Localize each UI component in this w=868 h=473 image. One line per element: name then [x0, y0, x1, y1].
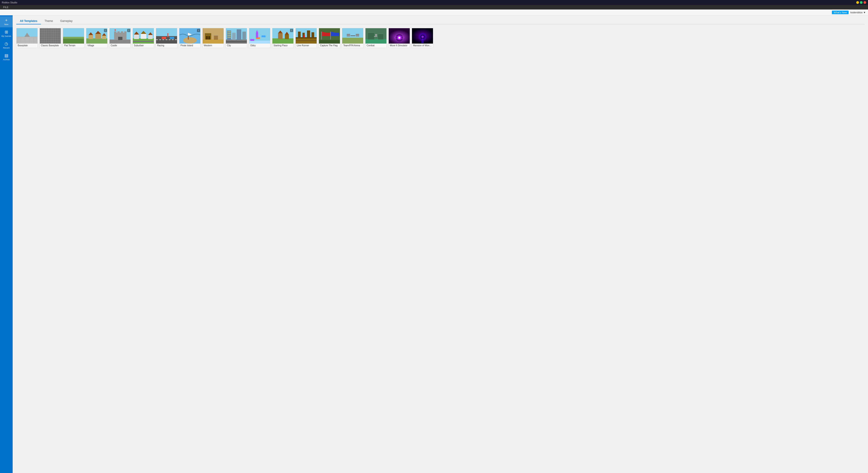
- svg-rect-100: [261, 35, 266, 37]
- sidebar-item-new[interactable]: + New: [0, 16, 13, 27]
- svg-rect-119: [319, 40, 340, 43]
- template-card-flat-terrain[interactable]: Flat Terrain: [63, 28, 84, 48]
- tab-all-templates[interactable]: All Templates: [16, 18, 41, 24]
- template-card-suburban[interactable]: Suburban: [132, 28, 154, 48]
- template-thumb-castle: i: [110, 28, 131, 43]
- template-thumb-city: [226, 28, 247, 43]
- svg-rect-57: [133, 41, 154, 42]
- template-thumb-starting-place: i: [272, 28, 293, 43]
- title-bar-title: Roblox Studio: [2, 1, 855, 4]
- template-card-capture-the-flag[interactable]: Capture The Flag: [319, 28, 340, 48]
- template-card-castle[interactable]: iCastle: [109, 28, 131, 48]
- template-name-racing: Racing: [156, 43, 177, 48]
- svg-rect-134: [366, 39, 387, 43]
- info-icon[interactable]: i: [290, 29, 293, 32]
- sidebar-item-new-label: New: [4, 23, 8, 26]
- sidebar-item-recent[interactable]: ◷ Recent: [0, 39, 13, 51]
- template-card-mansion-of-wonder[interactable]: Mansion of Wonder: [412, 28, 433, 48]
- template-card-racing[interactable]: Racing: [156, 28, 177, 48]
- template-name-starting-place: Starting Place: [272, 43, 293, 48]
- svg-rect-92: [228, 37, 228, 38]
- svg-rect-31: [63, 37, 84, 39]
- template-thumb-capture-the-flag: [319, 28, 340, 43]
- svg-rect-74: [208, 36, 210, 39]
- close-button[interactable]: [864, 1, 866, 4]
- svg-rect-127: [342, 38, 364, 43]
- maximize-button[interactable]: [860, 1, 863, 4]
- svg-rect-75: [214, 36, 218, 40]
- template-name-pirate-island: Pirate Island: [179, 43, 200, 48]
- template-name-move-it-simulator: Move It Simulator: [389, 43, 410, 48]
- svg-rect-85: [230, 31, 230, 32]
- svg-rect-87: [229, 33, 229, 34]
- username-display[interactable]: koderoblox ▼: [850, 11, 866, 14]
- template-name-suburban: Suburban: [133, 43, 154, 48]
- template-thumb-baseplate: [17, 28, 38, 43]
- sidebar-item-archive-label: Archive: [3, 59, 10, 61]
- svg-rect-151: [422, 40, 424, 43]
- svg-rect-36: [95, 34, 101, 39]
- svg-rect-63: [162, 37, 166, 39]
- svg-rect-1: [17, 37, 38, 43]
- template-card-obby[interactable]: Obby: [249, 28, 270, 48]
- svg-rect-129: [347, 34, 350, 35]
- template-name-capture-the-flag: Capture The Flag: [319, 43, 340, 48]
- top-bar: What's New koderoblox ▼: [0, 9, 868, 15]
- svg-rect-34: [89, 35, 93, 39]
- svg-rect-101: [256, 33, 258, 38]
- template-thumb-combat: [366, 28, 387, 43]
- templates-grid: Baseplate Classic Baseplate Flat Terrain…: [16, 28, 864, 48]
- template-name-flat-terrain: Flat Terrain: [63, 43, 84, 48]
- svg-rect-38: [102, 36, 106, 39]
- svg-rect-117: [304, 35, 305, 38]
- svg-point-150: [422, 36, 424, 38]
- template-card-city[interactable]: City: [226, 28, 247, 48]
- svg-rect-33: [86, 38, 107, 43]
- template-card-starting-place[interactable]: iStarting Place: [272, 28, 293, 48]
- template-thumb-move-it-simulator: [389, 28, 410, 43]
- sidebar-item-my-games[interactable]: ⊞ My Games: [0, 28, 13, 39]
- template-thumb-team-ffa-arena: [342, 28, 364, 43]
- template-card-line-runner[interactable]: Line Runner: [296, 28, 317, 48]
- tab-gameplay[interactable]: Gameplay: [57, 18, 76, 24]
- svg-rect-82: [242, 32, 246, 40]
- sidebar-item-archive[interactable]: ▤ Archive: [0, 51, 13, 63]
- svg-rect-107: [285, 35, 289, 39]
- info-icon[interactable]: i: [127, 29, 130, 32]
- template-card-team-ffa-arena[interactable]: Team/FFA Arena: [342, 28, 364, 48]
- template-card-baseplate[interactable]: Baseplate: [16, 28, 38, 48]
- template-card-move-it-simulator[interactable]: Move It Simulator: [389, 28, 410, 48]
- svg-rect-105: [278, 33, 283, 39]
- svg-text:STABLE: STABLE: [205, 33, 211, 35]
- info-icon[interactable]: i: [104, 29, 107, 32]
- template-thumb-mansion-of-wonder: [412, 28, 433, 43]
- info-icon[interactable]: i: [197, 29, 200, 32]
- menu-file[interactable]: FILE: [2, 6, 10, 8]
- sidebar-item-recent-label: Recent: [3, 47, 10, 49]
- recent-icon: ◷: [4, 41, 8, 46]
- template-card-village[interactable]: iVillage: [86, 28, 107, 48]
- whats-new-button[interactable]: What's New: [832, 10, 848, 14]
- svg-rect-45: [121, 31, 123, 34]
- menu-bar: FILE: [0, 5, 868, 9]
- title-bar-controls: [856, 1, 866, 4]
- template-card-classic-baseplate[interactable]: Classic Baseplate: [39, 28, 61, 48]
- svg-rect-70: [203, 39, 224, 43]
- template-card-pirate-island[interactable]: iPirate Island: [179, 28, 200, 48]
- template-thumb-pirate-island: i: [179, 28, 200, 43]
- template-card-western[interactable]: STABLE Western: [203, 28, 224, 48]
- template-name-city: City: [226, 43, 247, 48]
- svg-rect-53: [141, 34, 146, 39]
- template-name-baseplate: Baseplate: [17, 43, 37, 48]
- template-thumb-flat-terrain: [63, 28, 84, 43]
- minimize-button[interactable]: [856, 1, 859, 4]
- svg-rect-97: [249, 41, 270, 43]
- svg-rect-124: [330, 32, 331, 39]
- tab-theme[interactable]: Theme: [41, 18, 57, 24]
- svg-rect-73: [206, 36, 208, 39]
- svg-rect-64: [169, 37, 174, 39]
- template-name-obby: Obby: [249, 43, 270, 48]
- template-card-combat[interactable]: Combat: [365, 28, 387, 48]
- svg-rect-131: [356, 34, 359, 35]
- svg-rect-62: [167, 33, 168, 37]
